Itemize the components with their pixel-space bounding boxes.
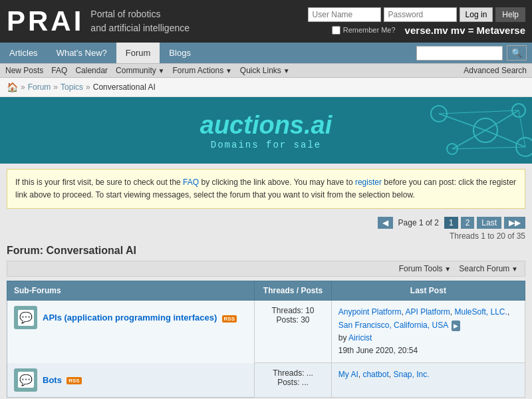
svg-line-6 (485, 110, 519, 130)
threads-count-apis: 10 (305, 306, 314, 315)
login-row: Log in Help (308, 7, 525, 22)
subforum-cell-bots: 💬 Bots RSS (7, 363, 254, 397)
sub-nav-faq[interactable]: FAQ (51, 66, 67, 75)
forum-icon-inner-bots: 💬 (18, 372, 34, 388)
remember-me-row: Remember Me? verse.mv mv = Metaverse (332, 25, 525, 36)
forum-table: Sub-Forums Threads / Posts Last Post 💬 A… (7, 281, 525, 397)
info-text-before-faq: If this is your first visit, be sure to … (15, 178, 183, 187)
col-threads-posts: Threads / Posts (255, 281, 331, 301)
nav-blogs[interactable]: Blogs (160, 43, 200, 63)
page-label: ◀ Page 1 of 2 (378, 217, 442, 229)
last-post-link-apis-3[interactable]: MuleSoft, LLC. (455, 307, 507, 317)
advanced-search-link[interactable]: Advanced Search (464, 66, 527, 75)
page-last-button[interactable]: Last (477, 217, 501, 229)
page-prev-indicator[interactable]: ◀ (378, 217, 393, 229)
search-input[interactable] (416, 46, 503, 61)
svg-line-8 (452, 130, 485, 149)
sub-nav-left: New Posts FAQ Calendar Community Forum A… (5, 66, 290, 75)
last-post-link-bots-2[interactable]: chatbot (362, 370, 388, 379)
stats-cell-apis: Threads: 10 Posts: 30 (255, 301, 331, 363)
sub-nav-community[interactable]: Community (116, 66, 164, 75)
logo-desc-line2: and artificial intelligence (90, 21, 190, 35)
logo-description: Portal of robotics and artificial intell… (90, 7, 190, 35)
col-last-post: Last Post (331, 281, 525, 301)
home-icon[interactable]: 🏠 (7, 82, 18, 92)
last-post-link-apis-1[interactable]: Anypoint Platform (338, 307, 402, 317)
search-button[interactable]: 🔍 (507, 45, 527, 61)
last-post-cell-bots: My AI, chatbot, Snap, Inc. (331, 363, 525, 398)
forum-title: Forum: Conversational AI (0, 241, 532, 261)
page-1-button[interactable]: 1 (444, 217, 458, 229)
nav-forum[interactable]: Forum (116, 43, 160, 63)
banner-title: auctions.ai (200, 111, 332, 140)
posts-count-apis: 30 (301, 315, 309, 325)
page-2-button[interactable]: 2 (461, 217, 475, 229)
help-button[interactable]: Help (495, 7, 525, 22)
rss-icon-bots[interactable]: RSS (66, 377, 81, 384)
breadcrumb-forum[interactable]: Forum (28, 82, 51, 92)
svg-line-5 (439, 114, 485, 130)
remember-me-label: Remember Me? (343, 26, 396, 34)
banner: auctions.ai Domains for sale (0, 97, 532, 164)
logo-area: PRAI Portal of robotics and artificial i… (7, 5, 190, 37)
breadcrumb-topics[interactable]: Topics (61, 82, 83, 92)
nav-left: Articles What's New? Forum Blogs (0, 43, 200, 63)
subforum-cell-apis: 💬 APIs (application programming interfac… (7, 301, 254, 334)
nav-articles[interactable]: Articles (0, 43, 47, 63)
page-label-text: Page 1 of 2 (398, 218, 439, 227)
sub-navbar: New Posts FAQ Calendar Community Forum A… (0, 63, 532, 78)
navbar: Articles What's New? Forum Blogs 🔍 (0, 43, 532, 63)
breadcrumb-separator-1: » (21, 82, 25, 92)
password-input[interactable] (384, 7, 457, 22)
subforum-apis-link[interactable]: APIs (application programming interfaces… (43, 313, 217, 323)
forum-icon-inner: 💬 (18, 310, 34, 326)
subforum-bots-link[interactable]: Bots (43, 375, 62, 385)
forum-icon-apis: 💬 (14, 306, 37, 329)
last-post-cell-apis: Anypoint Platform, API Platform, MuleSof… (331, 301, 525, 363)
sub-nav-new-posts[interactable]: New Posts (5, 66, 43, 75)
threads-count: Threads 1 to 20 of 35 (0, 231, 532, 241)
sub-nav-quick-links[interactable]: Quick Links (240, 66, 290, 75)
nav-whats-new[interactable]: What's New? (47, 43, 116, 63)
breadcrumb-separator-2: » (53, 82, 58, 92)
last-post-link-bots-3[interactable]: Snap, Inc. (393, 370, 429, 379)
posts-count-bots: ... (302, 378, 309, 387)
username-input[interactable] (308, 7, 381, 22)
table-row: 💬 APIs (application programming interfac… (7, 301, 525, 363)
register-link[interactable]: register (355, 178, 382, 187)
breadcrumb-current: Conversational AI (93, 82, 156, 92)
stats-cell-bots: Threads: ... Posts: ... (255, 363, 331, 398)
last-post-link-apis-2[interactable]: API Platform (405, 307, 450, 317)
last-post-link-bots-1[interactable]: My AI (338, 370, 358, 379)
threads-count-bots: ... (307, 368, 313, 378)
logo-desc-line1: Portal of robotics (90, 7, 190, 21)
subforum-name-area: APIs (application programming interfaces… (43, 313, 237, 323)
go-icon-apis[interactable]: ▶ (452, 321, 460, 331)
header-right: Log in Help Remember Me? verse.mv mv = M… (308, 7, 525, 36)
search-forum-button[interactable]: Search Forum (459, 264, 518, 273)
svg-line-7 (485, 130, 525, 147)
faq-link[interactable]: FAQ (183, 178, 199, 187)
last-post-user-apis[interactable]: Airicist (348, 333, 372, 342)
last-post-link-apis-4[interactable]: San Francisco, California, USA (338, 321, 448, 330)
sub-nav-calendar[interactable]: Calendar (75, 66, 108, 75)
page-last-arrow[interactable]: ▶▶ (504, 217, 525, 229)
sub-nav-forum-actions[interactable]: Forum Actions (172, 66, 231, 75)
remember-me-checkbox[interactable] (332, 26, 340, 35)
table-row: 💬 Bots RSS Threads: ... Posts: ... My AI… (7, 363, 525, 398)
rss-icon-apis[interactable]: RSS (222, 315, 237, 323)
table-header-row: Sub-Forums Threads / Posts Last Post (7, 281, 525, 301)
col-sub-forums: Sub-Forums (7, 281, 255, 301)
forum-icon-bots: 💬 (14, 368, 37, 392)
svg-line-9 (439, 110, 519, 114)
info-box: If this is your first visit, be sure to … (7, 169, 525, 209)
forum-tools-button[interactable]: Forum Tools (399, 264, 452, 273)
tools-bar: Forum Tools Search Forum (7, 261, 525, 277)
svg-line-11 (452, 147, 525, 149)
logo: PRAI (7, 5, 84, 37)
pagination-bar: ◀ Page 1 of 2 1 2 Last ▶▶ (0, 214, 532, 231)
login-button[interactable]: Log in (460, 7, 493, 22)
breadcrumb: 🏠 » Forum » Topics » Conversational AI (0, 78, 532, 97)
breadcrumb-separator-3: » (86, 82, 90, 92)
nav-right: 🔍 (416, 45, 532, 61)
